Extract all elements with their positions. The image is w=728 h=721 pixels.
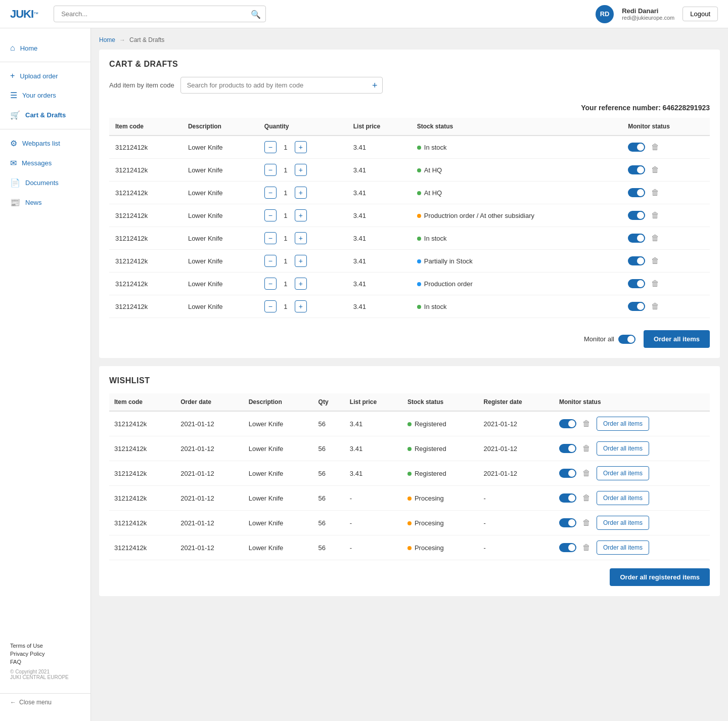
privacy-policy-link[interactable]: Privacy Policy [10,651,80,657]
close-menu-button[interactable]: ← Close menu [0,693,90,711]
search-input[interactable] [54,6,266,22]
wishlist-order-button[interactable]: Order all items [597,491,649,505]
user-name: Redi Danari [622,7,674,15]
wishlist-monitor-toggle[interactable] [559,444,576,453]
wishlist-delete-button[interactable]: 🗑 [580,444,593,453]
wcol-qty: Qty [313,393,345,411]
cart-item-monitor: 🗑 [622,159,710,182]
monitor-toggle[interactable] [628,188,645,197]
wishlist-order-button[interactable]: Order all items [597,540,649,555]
breadcrumb: Home → Cart & Drafts [99,36,720,43]
order-all-wrap: Monitor all Order all items [109,326,710,348]
wishlist-monitor-toggle[interactable] [559,493,576,503]
cart-item-code: 31212412k [109,295,182,318]
wishlist-monitor-toggle[interactable] [559,543,576,552]
monitor-toggle[interactable] [628,279,645,288]
qty-plus-button[interactable]: + [295,164,307,176]
delete-button[interactable]: 🗑 [649,234,661,243]
add-item-input[interactable] [180,77,383,94]
qty-minus-button[interactable]: − [264,209,277,221]
wishlist-order-button[interactable]: Order all items [597,441,649,456]
wishlist-monitor-toggle[interactable] [559,469,576,478]
table-row: 31212412k 2021-01-12 Lower Knife 56 - Pr… [109,511,710,535]
sidebar-item-home[interactable]: ⌂ Home [0,38,90,58]
qty-minus-button[interactable]: − [264,255,277,267]
terms-of-use-link[interactable]: Terms of Use [10,643,80,649]
status-dot [417,146,421,150]
col-description: Description [182,118,258,136]
wishlist-delete-button[interactable]: 🗑 [580,469,593,478]
qty-plus-button[interactable]: + [295,209,307,221]
delete-button[interactable]: 🗑 [649,211,661,220]
monitor-toggle[interactable] [628,165,645,174]
cart-item-status: In stock [411,136,622,159]
qty-minus-button[interactable]: − [264,300,277,312]
sidebar-item-your-orders[interactable]: ☰ Your orders [0,85,90,105]
delete-button[interactable]: 🗑 [649,279,661,288]
qty-plus-button[interactable]: + [295,300,307,312]
wishlist-delete-button[interactable]: 🗑 [580,419,593,428]
order-all-registered-button[interactable]: Order all registered items [610,568,710,586]
wishlist-delete-button[interactable]: 🗑 [580,543,593,552]
cart-item-qty: − 1 + [258,159,347,182]
sidebar-item-messages[interactable]: ✉ Messages [0,153,90,173]
monitor-toggle[interactable] [628,234,645,243]
status-dot [407,447,412,451]
qty-plus-button[interactable]: + [295,141,307,153]
sidebar-item-upload-order[interactable]: + Upload order [0,66,90,85]
wishlist-order-button[interactable]: Order all items [597,466,649,480]
order-all-button[interactable]: Order all items [644,330,710,348]
monitor-all-toggle[interactable] [618,335,635,344]
news-icon: 📰 [10,198,20,207]
sidebar-item-cart-drafts[interactable]: 🛒 Cart & Drafts [0,105,90,125]
monitor-toggle[interactable] [628,302,645,311]
breadcrumb-home[interactable]: Home [99,36,115,43]
monitor-toggle[interactable] [628,211,645,220]
w-status: Registered [402,436,479,461]
sidebar-item-documents[interactable]: 📄 Documents [0,173,90,193]
qty-value: 1 [281,257,291,265]
wishlist-delete-button[interactable]: 🗑 [580,493,593,503]
monitor-toggle[interactable] [628,256,645,265]
wishlist-order-button[interactable]: Order all items [597,516,649,530]
w-desc: Lower Knife [244,411,313,436]
faq-link[interactable]: FAQ [10,659,80,665]
sidebar-item-webparts[interactable]: ⚙ Webparts list [0,133,90,153]
qty-plus-button[interactable]: + [295,187,307,199]
qty-minus-button[interactable]: − [264,232,277,244]
wishlist-monitor-toggle[interactable] [559,518,576,527]
delete-button[interactable]: 🗑 [649,143,661,152]
wcol-order-date: Order date [175,393,244,411]
sidebar-label-home: Home [20,44,38,52]
monitor-toggle[interactable] [628,143,645,152]
qty-minus-button[interactable]: − [264,141,277,153]
messages-icon: ✉ [10,158,17,168]
w-price: 3.41 [345,436,402,461]
qty-minus-button[interactable]: − [264,278,277,290]
qty-minus-button[interactable]: − [264,164,277,176]
wishlist-monitor-toggle[interactable] [559,419,576,428]
w-order-date: 2021-01-12 [175,511,244,535]
add-item-plus-icon[interactable]: + [372,80,378,91]
qty-minus-button[interactable]: − [264,187,277,199]
logout-button[interactable]: Logout [682,7,718,21]
sidebar-label-cart: Cart & Drafts [25,111,66,119]
add-item-label: Add item by item code [109,81,174,89]
table-row: 31212412k Lower Knife − 1 + 3.41 In stoc… [109,295,710,318]
qty-plus-button[interactable]: + [295,255,307,267]
cart-item-monitor: 🗑 [622,273,710,295]
wishlist-delete-button[interactable]: 🗑 [580,518,593,527]
cart-item-monitor: 🗑 [622,182,710,204]
delete-button[interactable]: 🗑 [649,188,661,197]
status-dot [417,191,421,195]
qty-plus-button[interactable]: + [295,232,307,244]
wcol-stock-status: Stock status [402,393,479,411]
delete-button[interactable]: 🗑 [649,165,661,174]
delete-button[interactable]: 🗑 [649,302,661,311]
qty-plus-button[interactable]: + [295,278,307,290]
w-order-date: 2021-01-12 [175,436,244,461]
w-reg-date: 2021-01-12 [479,411,554,436]
wishlist-order-button[interactable]: Order all items [597,417,649,431]
sidebar-item-news[interactable]: 📰 News [0,193,90,212]
delete-button[interactable]: 🗑 [649,256,661,265]
